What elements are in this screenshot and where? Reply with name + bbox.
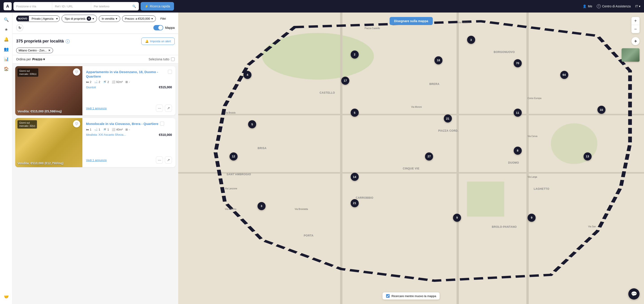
favorite-button-2[interactable]: ♡	[73, 120, 80, 127]
map-marker-70[interactable]: 70	[514, 59, 522, 67]
panel-title: 375 proprietà per località i	[16, 39, 70, 44]
beds-count: 2	[90, 80, 91, 84]
zoom-out-button[interactable]: −	[632, 25, 640, 33]
logo[interactable]: A	[4, 2, 12, 10]
map-marker-12[interactable]: 12	[230, 152, 238, 160]
property-title-2[interactable]: Monolocale in via Ciovasso, Brera - Quar…	[86, 122, 158, 126]
chat-button[interactable]: 💬	[628, 288, 640, 300]
map-marker-5-center[interactable]: 5	[351, 109, 359, 117]
me-button[interactable]: 👤 Me	[583, 4, 592, 8]
baths-feature: 🛁 1	[94, 128, 100, 131]
favorite-button-1[interactable]: ♡	[73, 68, 80, 76]
bell-icon: 🔔	[4, 37, 9, 42]
property-type-count: 4	[87, 16, 91, 21]
map-marker-14[interactable]: 14	[351, 173, 359, 181]
sidebar-item-notifications[interactable]: 🔔	[2, 35, 11, 44]
location-tag[interactable]: Milano Centro - Zon... ✕	[16, 48, 53, 53]
search-while-move-bar: Ricercare mentre muovo la mappa	[382, 292, 440, 300]
extra-feature: ⊞ -	[126, 128, 130, 131]
area-label-borgonuovo: BORGONUOVO	[494, 50, 515, 54]
map-marker-11[interactable]: 11	[514, 109, 522, 117]
map-marker-9-left[interactable]: 9	[453, 214, 461, 222]
close-icon[interactable]: ✕	[48, 49, 50, 52]
main-layout: 🔍 ★ 🔔 👥 📊 🏠 🤝	[0, 12, 644, 304]
share-button-2[interactable]: ↗	[165, 156, 172, 164]
sidebar-item-search[interactable]: 🔍	[2, 15, 11, 24]
map-toggle-switch[interactable]	[154, 25, 163, 30]
ref-input[interactable]: Ref / ID / URL	[52, 2, 91, 10]
sidebar-item-users[interactable]: 👥	[2, 45, 11, 54]
property-image-1: Giorni sulmercato: 339(v) ♡ Vendita: €51…	[15, 66, 82, 115]
map-marker-21-bottom[interactable]: 21	[351, 199, 359, 207]
map-marker-9-right[interactable]: 9	[528, 214, 536, 222]
sidebar-item-analytics[interactable]: 📊	[2, 55, 11, 63]
position-input[interactable]: Posizione o Via	[14, 2, 52, 10]
language-selector[interactable]: IT ▾	[635, 4, 640, 8]
zoom-in-button[interactable]: +	[632, 17, 640, 25]
quick-search-label: Ricerca rapida	[150, 4, 170, 8]
map-area[interactable]: CASTELLO BRERA BORGONUOVO BRISA PIAZZA C…	[178, 12, 644, 304]
select-all-checkbox[interactable]	[171, 57, 175, 61]
sidebar-item-favorites[interactable]: ★	[2, 25, 11, 34]
sale-chip-label: In vendita	[102, 17, 114, 20]
map-marker-3-top[interactable]: 3	[467, 36, 475, 44]
refresh-button[interactable]: ↻	[16, 24, 23, 31]
map-marker-18[interactable]: 18	[434, 56, 442, 64]
user-icon: 👤	[583, 4, 586, 8]
chevron-down-icon: ▾	[43, 57, 45, 61]
price-overlay-1: Vendita: €515,000 (€5,598/mq)	[18, 110, 62, 113]
map-marker-17[interactable]: 17	[341, 77, 349, 85]
view-listing-link-2[interactable]: Vedi 1 annuncio	[86, 158, 107, 162]
price-chip[interactable]: Prezzo: a €520,000 ▾	[122, 15, 156, 22]
property-title-1[interactable]: Appartamento in via Desenzano, 18, Duomo…	[86, 70, 166, 78]
map-marker-4[interactable]: 4	[244, 71, 252, 79]
sort-value: Prezzo	[32, 57, 42, 61]
map-thumbnail[interactable]	[622, 48, 640, 62]
map-label: Mappa	[165, 26, 175, 29]
filters-button[interactable]: Filtri	[158, 16, 168, 22]
map-marker-33[interactable]: 33	[598, 106, 606, 114]
map-marker-64[interactable]: 64	[560, 71, 568, 79]
map-marker-8[interactable]: 8	[514, 147, 522, 155]
sidebar-item-home[interactable]: 🏠	[2, 64, 11, 73]
bed-icon: 🛏	[86, 128, 89, 131]
sale-chip[interactable]: In vendita ▾	[99, 15, 120, 22]
extra-value: -	[129, 128, 130, 131]
agency-name-2[interactable]: Idealista: XXI Ascanio Sforza...	[86, 133, 126, 136]
agency-name-1[interactable]: Giuntoli	[86, 86, 96, 89]
map-marker-13[interactable]: 13	[584, 152, 592, 160]
more-options-button-2[interactable]: ⋯	[156, 156, 163, 164]
chevron-down-icon: ▾	[116, 17, 117, 20]
more-options-button-1[interactable]: ⋯	[156, 105, 163, 112]
share-button-1[interactable]: ↗	[165, 105, 172, 112]
help-button[interactable]: ? Centro di Assistenza	[597, 4, 631, 8]
property-type-chip[interactable]: Tipo di proprietà 4 ▾	[62, 15, 97, 22]
quick-search-button[interactable]: ⚡ Ricerca rapida	[140, 2, 174, 10]
area-label-carrobbio: CARROBBIO	[356, 196, 374, 199]
compass-button[interactable]: ✈	[632, 37, 640, 45]
search-while-move-checkbox[interactable]	[386, 294, 390, 298]
alert-button[interactable]: 🔔 Imposta un alert	[141, 37, 175, 45]
bath-icon: 🛁	[94, 80, 98, 84]
view-listing-link-1[interactable]: Vedi 1 annuncio	[86, 107, 107, 110]
map-marker-2[interactable]: 2	[351, 50, 359, 59]
property-checkbox-1[interactable]	[168, 70, 172, 74]
new-agency-chip[interactable]: NUOVO Privato | Agenzia ▾	[16, 15, 60, 22]
map-controls: + −	[632, 17, 640, 33]
info-icon[interactable]: i	[66, 39, 70, 43]
map-marker-5-left[interactable]: 5	[248, 120, 256, 128]
baths-count: 1	[98, 128, 100, 131]
map-marker-21-top[interactable]: 21	[444, 115, 452, 123]
map-marker-3-bottom[interactable]: 3	[258, 202, 266, 210]
search-button[interactable]: 🔍	[130, 5, 139, 8]
property-checkbox-2[interactable]	[160, 122, 164, 126]
search-while-move-label: Ricercare mentre muovo la mappa	[392, 294, 436, 298]
panel-header: 375 proprietà per località i 🔔 Imposta u…	[12, 34, 178, 55]
filters-label: Filtri	[160, 17, 166, 20]
map-marker-27[interactable]: 27	[425, 152, 433, 160]
sidebar-item-handshake[interactable]: 🤝	[2, 292, 11, 301]
card-body-1: Appartamento in via Desenzano, 18, Duomo…	[82, 66, 176, 115]
sort-select[interactable]: Prezzo ▾	[32, 57, 45, 61]
phone-input[interactable]: Per telefono	[91, 2, 130, 10]
draw-on-map-button[interactable]: Disegnare sulla mappa	[390, 17, 433, 25]
